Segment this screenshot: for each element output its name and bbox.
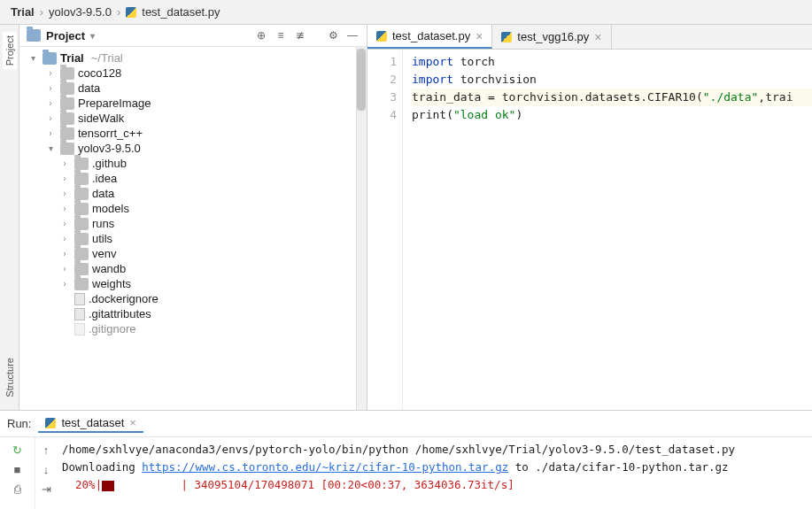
arrow-right-icon: ›: [44, 98, 57, 108]
project-icon: [27, 29, 41, 42]
tree-scrollbar[interactable]: [356, 47, 367, 410]
close-icon[interactable]: ×: [594, 30, 601, 44]
project-panel: Project ▾ ⊕ ≡ ≢ ⚙ — ▾ Trial ~/Trial ›coc…: [19, 25, 367, 410]
run-tab-label: test_dataset: [61, 416, 124, 429]
tree-label: venv: [92, 247, 116, 260]
locate-icon[interactable]: ⊕: [254, 28, 268, 42]
folder-icon: [60, 143, 74, 155]
output-text: Downloading: [62, 460, 142, 474]
output-text: to ./data/cifar-10-python.tar.gz: [508, 460, 728, 474]
file-icon: [74, 308, 85, 320]
up-icon[interactable]: ↑: [39, 443, 53, 457]
tree-label: tensorrt_c++: [78, 127, 143, 140]
expand-icon[interactable]: ≡: [274, 28, 288, 42]
code-token: train_data = torchvision.datasets.CIFAR1…: [412, 90, 703, 104]
crumb-root[interactable]: Trial: [11, 5, 35, 19]
arrow-right-icon: ›: [44, 113, 57, 123]
tree-item[interactable]: ›tensorrt_c++: [19, 126, 367, 141]
tree-file[interactable]: .gitattributes: [19, 306, 367, 321]
code-token: torch: [453, 55, 495, 68]
tree-label: runs: [92, 217, 114, 230]
left-rail: Project Structure: [0, 25, 19, 410]
crumb-mid[interactable]: yolov3-9.5.0: [49, 5, 112, 19]
gear-icon[interactable]: ⚙: [326, 28, 340, 42]
tree-item[interactable]: ›models: [19, 201, 367, 216]
tree-label: weights: [92, 277, 131, 290]
output-line: /home/sxhlvye/anaconda3/envs/pytorch-yol…: [62, 441, 807, 459]
output-percent: 20%|: [62, 478, 102, 491]
code-token: ): [515, 108, 522, 121]
tree-item[interactable]: ›PrepareImage: [19, 96, 367, 111]
collapse-icon[interactable]: ≢: [293, 28, 307, 42]
folder-icon: [74, 218, 89, 230]
tab-test-vgg16[interactable]: test_vgg16.py ×: [492, 25, 611, 49]
arrow-right-icon: ›: [44, 128, 57, 138]
code-editor[interactable]: 1 2 3 4 import torch import torchvision …: [367, 50, 812, 410]
code-token: "load ok": [453, 108, 515, 121]
tree-root-label: Trial: [60, 51, 84, 65]
project-title[interactable]: Project ▾: [27, 29, 254, 42]
tree-item[interactable]: ›data: [19, 81, 367, 96]
tree-item[interactable]: ›.github: [19, 156, 367, 171]
tree-item[interactable]: ›sideWalk: [19, 111, 367, 126]
tree-file[interactable]: .gitignore: [19, 321, 367, 336]
python-file-icon: [45, 418, 56, 428]
arrow-down-icon: ▾: [44, 143, 57, 153]
tree-label: PrepareImage: [78, 96, 151, 110]
folder-icon: [74, 158, 89, 170]
run-title: Run:: [7, 417, 31, 430]
arrow-right-icon: ›: [44, 68, 57, 78]
crumb-sep-icon: ›: [117, 5, 120, 19]
line-number: 1: [367, 53, 397, 71]
run-tab[interactable]: test_dataset ×: [38, 414, 143, 433]
tree-item[interactable]: ›wandb: [19, 261, 367, 276]
project-tree: ▾ Trial ~/Trial ›coco128 ›data ›PrepareI…: [19, 47, 367, 410]
crumb-file[interactable]: test_dataset.py: [142, 5, 220, 19]
tree-label: models: [92, 202, 129, 215]
tree-label: utils: [92, 232, 112, 245]
folder-icon: [60, 127, 74, 140]
code-lines[interactable]: import torch import torchvision train_da…: [403, 50, 812, 410]
tree-file[interactable]: .dockerignore: [19, 291, 367, 306]
tree-item[interactable]: ›.idea: [19, 171, 367, 186]
tree-root[interactable]: ▾ Trial ~/Trial: [19, 50, 367, 66]
tree-item[interactable]: ›utils: [19, 231, 367, 246]
run-output[interactable]: /home/sxhlvye/anaconda3/envs/pytorch-yol…: [57, 437, 812, 509]
down-icon[interactable]: ↓: [39, 462, 53, 476]
run-tools-2: ↑ ↓ ⇥: [35, 437, 57, 509]
chevron-down-icon: ▾: [90, 31, 95, 41]
progress-bar: [102, 481, 114, 491]
tree-item[interactable]: ›venv: [19, 246, 367, 261]
code-token: torchvision: [453, 73, 537, 86]
softwrap-icon[interactable]: ⇥: [39, 482, 53, 496]
folder-icon: [74, 248, 89, 260]
code-token: "./data": [703, 90, 759, 104]
close-icon[interactable]: ×: [476, 29, 483, 43]
file-icon: [74, 323, 85, 335]
tree-item[interactable]: ›runs: [19, 216, 367, 231]
tab-test-dataset[interactable]: test_dataset.py ×: [367, 25, 492, 49]
rerun-icon[interactable]: ↻: [11, 443, 25, 457]
rail-project-button[interactable]: Project: [3, 32, 17, 69]
output-link[interactable]: https://www.cs.toronto.edu/~kriz/cifar-1…: [142, 460, 508, 474]
tree-item[interactable]: ›data: [19, 186, 367, 201]
arrow-right-icon: ›: [58, 234, 71, 243]
breadcrumb: Trial › yolov3-9.5.0 › test_dataset.py: [0, 0, 812, 25]
arrow-right-icon: ›: [44, 83, 57, 93]
tree-label: .github: [92, 157, 127, 170]
tree-item[interactable]: ›weights: [19, 276, 367, 291]
tree-label: data: [78, 81, 100, 95]
tree-item[interactable]: ›coco128: [19, 66, 367, 81]
close-icon[interactable]: ×: [129, 416, 136, 429]
hide-icon[interactable]: —: [345, 28, 360, 42]
folder-icon: [74, 188, 89, 200]
print-icon[interactable]: ⎙: [11, 482, 25, 496]
code-token: ,trai: [758, 90, 793, 104]
run-tools: ↻ ■ ⎙: [0, 437, 35, 509]
stop-icon[interactable]: ■: [11, 462, 25, 476]
tree-item-expanded[interactable]: ▾yolov3-9.5.0: [19, 141, 367, 156]
tree-label: sideWalk: [78, 112, 124, 125]
tree-label: .gitattributes: [89, 307, 151, 320]
tab-label: test_dataset.py: [392, 29, 470, 42]
rail-structure-button[interactable]: Structure: [3, 354, 17, 401]
